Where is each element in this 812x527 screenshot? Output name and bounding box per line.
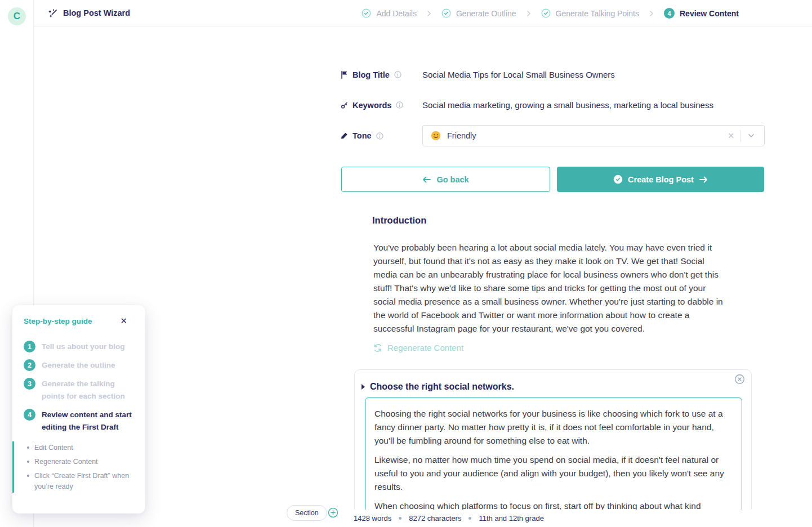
guide-substep: Edit Content	[27, 443, 134, 453]
word-count: 1428 words	[354, 514, 391, 522]
section-paragraph: Choosing the right social networks for y…	[374, 407, 733, 448]
step-label: Generate Talking Points	[556, 9, 639, 18]
dot-separator	[469, 517, 471, 520]
guide-substeps-list: Edit Content Regenerate Content Click “C…	[24, 443, 134, 492]
step-by-step-guide-panel: Step-by-step guide ✕ 1 Tell us about you…	[12, 305, 145, 513]
bullet-dot	[27, 461, 29, 463]
info-icon[interactable]	[394, 71, 401, 78]
chevron-separator-icon	[525, 10, 532, 17]
regenerate-content-label: Regenerate Content	[387, 343, 463, 352]
guide-steps-list: 1 Tell us about your blog 2 Generate the…	[24, 341, 134, 434]
step-label: Generate Outline	[456, 9, 516, 18]
guide-substep: Regenerate Content	[27, 457, 134, 467]
go-back-button[interactable]: Go back	[341, 167, 550, 192]
guide-step-number: 1	[24, 341, 35, 352]
guide-step-number: 4	[24, 409, 35, 421]
guide-substep-label: Click “Create First Draft” when you’re r…	[34, 471, 134, 492]
introduction-heading: Introduction	[372, 215, 426, 226]
wizard-title-group: Blog Post Wizard	[48, 8, 130, 18]
arrow-right-icon	[699, 176, 708, 184]
pen-icon	[341, 132, 348, 140]
arrow-left-icon	[422, 176, 431, 184]
dot-separator	[399, 517, 401, 520]
step-generate-talking-points[interactable]: Generate Talking Points	[541, 8, 639, 18]
blog-title-value[interactable]: Social Media Tips for Local Small Busine…	[422, 70, 615, 79]
guide-step-number: 2	[24, 359, 35, 371]
remove-section-icon[interactable]	[734, 374, 745, 385]
step-label: Add Details	[376, 9, 417, 18]
go-back-label: Go back	[436, 175, 469, 184]
step-label: Review Content	[680, 9, 739, 18]
bullet-dot	[27, 475, 29, 477]
blog-title-label: Blog Title	[353, 70, 390, 79]
blog-title-label-group: Blog Title	[341, 70, 422, 79]
guide-step-label: Review content and start editing the Fir…	[42, 409, 134, 434]
check-circle-icon	[441, 8, 451, 18]
section-pill[interactable]: Section	[287, 505, 327, 521]
key-icon	[341, 101, 348, 109]
wizard-stepper: Add Details Generate Outline	[362, 0, 739, 26]
keywords-row: Keywords Social media marketing, growing…	[341, 100, 765, 110]
chevron-separator-icon	[648, 10, 655, 17]
guide-step-label: Tell us about your blog	[42, 341, 125, 353]
header: Blog Post Wizard Add Details Generate Ou…	[34, 0, 812, 26]
refresh-icon	[373, 343, 382, 352]
app-logo[interactable]: C	[8, 7, 26, 25]
bullet-dot	[27, 446, 29, 449]
section-pill-label: Section	[295, 509, 319, 517]
flag-icon	[341, 71, 348, 79]
guide-step-number: 3	[24, 378, 35, 390]
smiley-emoji-icon	[431, 131, 441, 141]
character-count: 8272 characters	[409, 514, 461, 522]
guide-step-2: 2 Generate the outline	[24, 359, 134, 372]
close-guide-icon[interactable]: ✕	[120, 317, 127, 324]
guide-step-4: 4 Review content and start editing the F…	[24, 409, 134, 434]
page-title: Blog Post Wizard	[63, 8, 130, 17]
check-circle-icon	[613, 175, 623, 184]
clear-tone-icon[interactable]: ✕	[722, 131, 740, 140]
guide-title: Step-by-step guide	[24, 317, 92, 325]
step-review-content[interactable]: 4 Review Content	[664, 8, 739, 19]
info-icon[interactable]	[396, 101, 403, 109]
section-content-textarea[interactable]: Choosing the right social networks for y…	[365, 398, 742, 516]
step-add-details[interactable]: Add Details	[362, 8, 417, 18]
chevron-separator-icon	[426, 10, 432, 17]
tone-row: Tone Friendly ✕	[341, 125, 765, 146]
magic-wand-icon	[48, 8, 58, 18]
footer-stats-bar: 1428 words 8272 characters 11th and 12th…	[34, 510, 812, 527]
section-card: Choose the right social networks. Choosi…	[354, 369, 752, 527]
create-blog-post-button[interactable]: Create Blog Post	[557, 167, 764, 192]
guide-step-3: 3 Generate the talking points for each s…	[24, 378, 134, 403]
active-step-indicator-bar	[12, 441, 14, 493]
guide-step-1: 1 Tell us about your blog	[24, 341, 134, 353]
create-blog-post-label: Create Blog Post	[628, 175, 694, 184]
section-paragraph: Likewise, no matter how much time you sp…	[374, 453, 733, 494]
guide-step-label: Generate the talking points for each sec…	[42, 378, 134, 403]
tone-selected-value: Friendly	[447, 131, 722, 140]
keywords-label-group: Keywords	[341, 100, 422, 110]
guide-substep: Click “Create First Draft” when you’re r…	[27, 471, 134, 492]
section-card-title: Choose the right social networks.	[370, 382, 514, 392]
check-circle-icon	[362, 8, 371, 18]
check-circle-icon	[541, 8, 551, 18]
tone-label-group: Tone	[341, 131, 422, 140]
info-icon[interactable]	[376, 132, 383, 140]
step-generate-outline[interactable]: Generate Outline	[441, 8, 516, 18]
collapse-triangle-icon[interactable]	[362, 384, 365, 390]
regenerate-content-link[interactable]: Regenerate Content	[373, 343, 463, 352]
tone-select[interactable]: Friendly ✕	[422, 125, 765, 146]
tone-label: Tone	[353, 131, 372, 140]
add-section-icon[interactable]	[328, 507, 338, 518]
guide-substep-label: Edit Content	[34, 443, 73, 453]
chevron-down-icon[interactable]	[740, 132, 757, 140]
blog-title-row: Blog Title Social Media Tips for Local S…	[341, 70, 765, 79]
keywords-label: Keywords	[353, 101, 391, 110]
guide-step-label: Generate the outline	[42, 359, 115, 372]
section-card-header: Choose the right social networks.	[355, 370, 751, 398]
guide-substep-label: Regenerate Content	[34, 457, 98, 467]
keywords-value[interactable]: Social media marketing, growing a small …	[422, 100, 713, 110]
step-number-badge: 4	[664, 8, 675, 19]
reading-grade: 11th and 12th grade	[479, 514, 543, 522]
introduction-paragraph[interactable]: You've probably been hearing a lot about…	[373, 241, 726, 336]
